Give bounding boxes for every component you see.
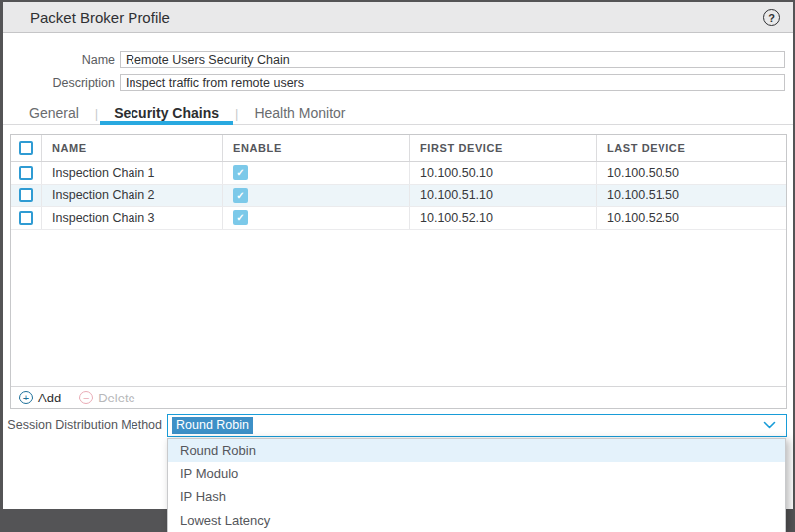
cell-first-device[interactable]: 10.100.51.10 (409, 185, 596, 207)
security-chains-table: NAME ENABLE FIRST DEVICE LAST DEVICE Ins… (10, 134, 787, 409)
session-distribution-method-combobox[interactable]: Round Robin (167, 414, 787, 437)
table-empty-area (11, 230, 786, 387)
table-row: Inspection Chain 2 ✓ 10.100.51.10 10.100… (11, 185, 786, 208)
cell-name[interactable]: Inspection Chain 2 (41, 185, 222, 207)
select-all-checkbox[interactable] (19, 141, 33, 155)
session-distribution-dropdown: Round Robin IP Modulo IP Hash Lowest Lat… (167, 438, 786, 532)
column-header-enable[interactable]: ENABLE (222, 135, 409, 161)
row-checkbox[interactable] (19, 188, 33, 202)
row-checkbox[interactable] (19, 166, 33, 180)
select-all-cell (11, 135, 41, 161)
packet-broker-profile-dialog: Packet Broker Profile ? Name Description… (3, 2, 793, 509)
tab-health-monitor-label: Health Monitor (254, 105, 345, 121)
add-button-label: Add (38, 391, 61, 405)
description-input[interactable] (120, 74, 785, 91)
row-select-cell (11, 162, 41, 184)
chevron-down-icon[interactable] (763, 421, 776, 430)
column-header-name[interactable]: NAME (41, 135, 222, 161)
dropdown-option-ip-modulo[interactable]: IP Modulo (168, 462, 785, 485)
row-checkbox[interactable] (19, 211, 33, 225)
combobox-selected-value: Round Robin (172, 417, 253, 434)
table-row: Inspection Chain 3 ✓ 10.100.52.10 10.100… (11, 207, 786, 230)
dropdown-option-ip-hash[interactable]: IP Hash (168, 485, 785, 508)
cell-enable: ✓ (222, 162, 409, 184)
table-row: Inspection Chain 1 ✓ 10.100.50.10 10.100… (11, 162, 786, 185)
delete-button-label: Delete (98, 391, 135, 405)
column-header-last-device[interactable]: LAST DEVICE (596, 135, 786, 161)
row-select-cell (11, 185, 41, 207)
table-header-row: NAME ENABLE FIRST DEVICE LAST DEVICE (11, 135, 786, 162)
tab-separator: | (235, 106, 238, 121)
tab-security-chains-label: Security Chains (114, 105, 219, 121)
add-button[interactable]: + Add (19, 391, 61, 405)
dialog-title: Packet Broker Profile (30, 9, 170, 26)
tab-health-monitor[interactable]: Health Monitor (251, 102, 348, 124)
enable-checkbox-checked[interactable]: ✓ (233, 210, 248, 225)
name-label: Name (3, 52, 115, 69)
dropdown-option-lowest-latency[interactable]: Lowest Latency (168, 509, 785, 532)
cell-name[interactable]: Inspection Chain 1 (41, 162, 222, 184)
plus-circle-icon: + (19, 391, 33, 404)
cell-first-device[interactable]: 10.100.50.10 (409, 162, 596, 184)
cell-name[interactable]: Inspection Chain 3 (41, 207, 222, 229)
cell-enable: ✓ (222, 207, 409, 229)
description-label: Description (3, 75, 115, 92)
cell-last-device[interactable]: 10.100.50.50 (596, 162, 786, 184)
session-distribution-method-label: Session Distribution Method (3, 419, 162, 432)
tab-bar: General | Security Chains | Health Monit… (26, 102, 348, 124)
delete-button-disabled[interactable]: − Delete (79, 391, 135, 405)
dialog-titlebar: Packet Broker Profile (3, 2, 793, 33)
enable-checkbox-checked[interactable]: ✓ (233, 165, 248, 180)
tab-separator: | (95, 106, 98, 121)
minus-circle-icon: − (79, 391, 93, 404)
dropdown-option-round-robin[interactable]: Round Robin (168, 439, 785, 462)
table-footer: + Add − Delete (11, 386, 786, 408)
tab-general-label: General (29, 105, 79, 121)
name-input[interactable] (120, 51, 785, 68)
cell-last-device[interactable]: 10.100.51.50 (596, 185, 786, 207)
tab-security-chains[interactable]: Security Chains (111, 102, 222, 124)
cell-last-device[interactable]: 10.100.52.50 (596, 207, 786, 229)
tab-general[interactable]: General (26, 102, 82, 124)
row-select-cell (11, 207, 41, 229)
help-icon[interactable]: ? (763, 9, 780, 26)
column-header-first-device[interactable]: FIRST DEVICE (409, 135, 596, 161)
cell-first-device[interactable]: 10.100.52.10 (409, 207, 596, 229)
cell-enable: ✓ (222, 185, 409, 207)
enable-checkbox-checked[interactable]: ✓ (233, 188, 248, 203)
